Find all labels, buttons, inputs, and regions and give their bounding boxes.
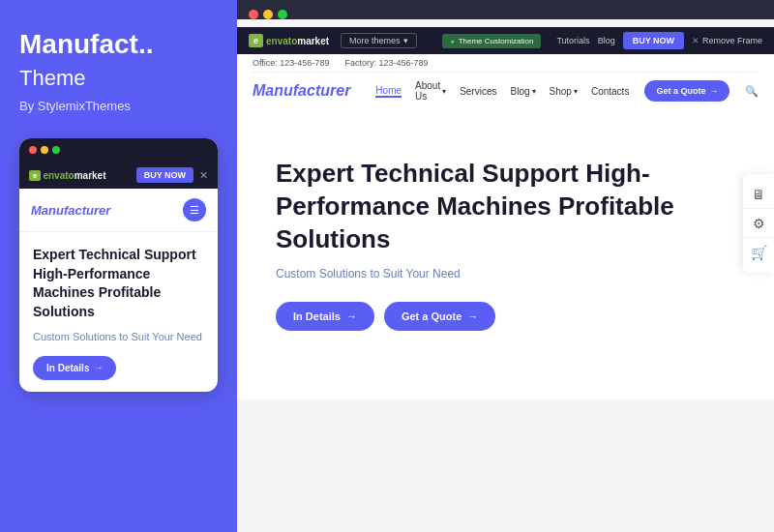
sidebar: Manufact.. Theme By StylemixThemes e env…	[0, 0, 237, 532]
mobile-close-button[interactable]: ✕	[199, 169, 208, 182]
mobile-hero-title: Expert Technical Support High-Performanc…	[33, 246, 204, 321]
envato-e-icon: e	[249, 34, 263, 47]
settings-icon: ⚙	[753, 216, 765, 231]
browser-dot-yellow	[263, 10, 273, 19]
dot-green	[52, 146, 60, 154]
envato-market-text: envatomarket	[266, 36, 329, 46]
mobile-card-bar	[19, 138, 218, 162]
nav-services[interactable]: Services	[460, 86, 496, 97]
tutorials-link[interactable]: Tutorials	[556, 36, 589, 45]
envato-buy-now-button[interactable]: BUY NOW	[623, 32, 684, 49]
website-nav: Office: 123-456-789 Factory: 123-456-789…	[237, 54, 774, 109]
chevron-down-icon: ▾	[403, 36, 408, 45]
hero-title: Expert Technical Support High-Performanc…	[276, 158, 682, 255]
mobile-in-details-label: In Details	[46, 363, 89, 373]
sidebar-theme-subtitle: Theme	[19, 66, 218, 91]
more-themes-button[interactable]: More themes ▾	[341, 33, 417, 48]
hamburger-icon: ☰	[190, 204, 199, 217]
blog-link[interactable]: Blog	[598, 36, 615, 45]
mobile-buy-now-button[interactable]: BUY NOW	[136, 167, 194, 183]
remove-frame-button[interactable]: Remove Frame	[692, 36, 762, 45]
envato-logo-group: e envatomarket	[249, 34, 329, 47]
website-hero: Expert Technical Support High-Performanc…	[237, 109, 774, 399]
desktop-icon: 🖥	[752, 187, 765, 202]
mobile-card-content: Expert Technical Support High-Performanc…	[19, 232, 218, 392]
nav-about[interactable]: About Us ▾	[415, 80, 446, 102]
desktop-icon-button[interactable]: 🖥	[743, 180, 774, 209]
mobile-card-dots	[29, 146, 60, 154]
browser-dot-green	[278, 10, 287, 19]
mobile-envato-bar: e envatomarket BUY NOW ✕	[19, 162, 218, 189]
get-quote-hero-arrow-icon: →	[467, 310, 478, 322]
browser-dot-red	[249, 10, 258, 19]
sidebar-theme-title: Manufact..	[19, 29, 218, 60]
mobile-in-details-button[interactable]: In Details →	[33, 356, 116, 380]
hero-subtitle: Custom Solutions to Suit Your Need	[276, 267, 735, 281]
get-quote-hero-button[interactable]: Get a Quote →	[384, 302, 495, 331]
main-area: e envatomarket More themes ▾ Theme Custo…	[237, 0, 774, 532]
in-details-button[interactable]: In Details →	[276, 302, 374, 331]
right-toolbar: 🖥 ⚙ 🛒	[743, 174, 774, 273]
remove-frame-label: Remove Frame	[702, 36, 762, 45]
hero-buttons: In Details → Get a Quote →	[276, 302, 735, 331]
website-menu: Home About Us ▾ Services Blog ▾ Shop ▾ C…	[375, 80, 629, 102]
envato-logo-icon: e	[29, 170, 41, 181]
get-quote-label: Get a Quote	[656, 86, 705, 96]
theme-customization-badge: Theme Customization	[442, 34, 541, 48]
nav-get-quote-button[interactable]: Get a Quote →	[644, 80, 729, 102]
mobile-arrow-icon: →	[94, 363, 103, 372]
get-quote-arrow-icon: →	[709, 86, 718, 96]
settings-icon-button[interactable]: ⚙	[743, 209, 774, 238]
more-themes-label: More themes	[349, 36, 401, 45]
envato-logo-text: envatomarket	[43, 170, 105, 181]
website-mainbar: Manufacturer Home About Us ▾ Services Bl…	[253, 73, 759, 109]
dot-red	[29, 146, 37, 154]
get-quote-hero-label: Get a Quote	[402, 310, 461, 322]
browser-chrome	[237, 0, 774, 19]
cart-icon-button[interactable]: 🛒	[743, 238, 774, 267]
factory-info: Factory: 123-456-789	[344, 58, 428, 68]
website-container: Office: 123-456-789 Factory: 123-456-789…	[237, 54, 774, 399]
nav-home[interactable]: Home	[375, 85, 402, 98]
office-info: Office: 123-456-789	[253, 58, 329, 68]
sidebar-author: By StylemixThemes	[19, 99, 218, 113]
cart-icon: 🛒	[751, 245, 767, 260]
in-details-arrow-icon: →	[346, 310, 357, 322]
dot-yellow	[41, 146, 48, 154]
mobile-preview-card: e envatomarket BUY NOW ✕ Manufacturer ☰ …	[19, 138, 218, 392]
nav-blog[interactable]: Blog ▾	[511, 86, 536, 97]
mobile-logo: Manufacturer	[31, 203, 110, 218]
nav-shop[interactable]: Shop ▾	[550, 86, 578, 97]
mobile-hamburger-button[interactable]: ☰	[183, 198, 206, 222]
search-icon[interactable]: 🔍	[745, 85, 759, 98]
nav-contacts[interactable]: Contacts	[591, 86, 629, 97]
website-topbar: Office: 123-456-789 Factory: 123-456-789	[253, 54, 759, 73]
envato-actions: Tutorials Blog	[556, 36, 614, 45]
theme-customization-label: Theme Customization	[459, 37, 534, 45]
mobile-nav-bar: Manufacturer ☰	[19, 189, 218, 232]
website-logo: Manufacturer	[253, 82, 350, 100]
envato-topbar: e envatomarket More themes ▾ Theme Custo…	[237, 27, 774, 54]
in-details-label: In Details	[293, 310, 341, 322]
browser-dots	[249, 10, 762, 19]
mobile-hero-subtitle: Custom Solutions to Suit Your Need	[33, 330, 204, 344]
